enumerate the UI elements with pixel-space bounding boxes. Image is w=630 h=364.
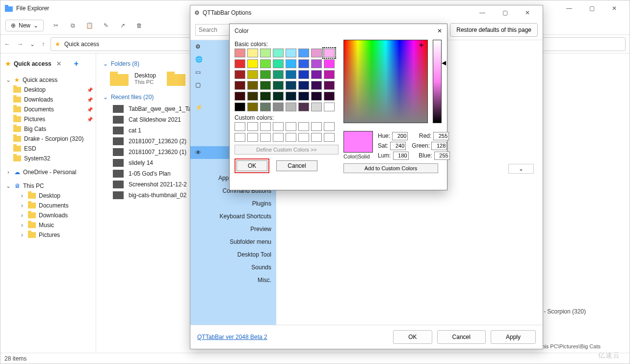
- close-button[interactable]: ✕: [603, 1, 626, 15]
- add-tab-icon[interactable]: +: [74, 59, 79, 68]
- options-apply-button[interactable]: Apply: [491, 330, 536, 344]
- back-button[interactable]: ←: [4, 41, 10, 48]
- nav-item-subfolder[interactable]: Subfolder menu: [190, 235, 276, 248]
- color-swatch[interactable]: [235, 59, 245, 68]
- history-button[interactable]: ⌄: [30, 41, 35, 48]
- red-input[interactable]: [433, 132, 449, 140]
- color-swatch[interactable]: [298, 70, 309, 79]
- rename-icon[interactable]: ✎: [102, 21, 110, 30]
- color-swatch[interactable]: [298, 103, 309, 111]
- color-swatch[interactable]: [324, 81, 335, 90]
- color-swatch[interactable]: [235, 49, 245, 57]
- color-swatch[interactable]: [286, 92, 296, 101]
- sat-input[interactable]: [390, 142, 406, 150]
- custom-swatch[interactable]: [286, 133, 296, 142]
- color-swatch[interactable]: [273, 92, 284, 101]
- custom-swatch[interactable]: [260, 122, 271, 131]
- color-swatch[interactable]: [273, 81, 284, 90]
- custom-swatch[interactable]: [324, 122, 335, 131]
- paste-icon[interactable]: 📋: [85, 21, 94, 30]
- hue-input[interactable]: [392, 132, 408, 140]
- color-swatch[interactable]: [311, 92, 322, 101]
- sidebar-item-drake-scorpion-320-[interactable]: Drake - Scorpion (320): [0, 134, 96, 144]
- color-swatch[interactable]: [273, 59, 284, 68]
- color-swatch[interactable]: [298, 49, 309, 57]
- color-swatch[interactable]: [260, 103, 271, 111]
- pc-item-documents[interactable]: ›Documents: [0, 201, 96, 210]
- color-swatch[interactable]: [311, 70, 322, 79]
- define-custom-button[interactable]: Define Custom Colors >>: [235, 145, 339, 155]
- custom-swatch[interactable]: [298, 133, 309, 142]
- options-close[interactable]: ✕: [516, 6, 539, 20]
- custom-swatch[interactable]: [247, 122, 258, 131]
- color-swatch[interactable]: [298, 81, 309, 90]
- color-swatch[interactable]: [286, 49, 296, 57]
- nav-item-shortcuts[interactable]: Keyboard Shortcuts: [190, 210, 276, 223]
- color-swatch[interactable]: [298, 59, 309, 68]
- color-swatch[interactable]: [260, 81, 271, 90]
- sidebar-item-big-cats[interactable]: Big Cats: [0, 124, 96, 134]
- options-ok-button[interactable]: OK: [393, 330, 432, 344]
- color-cancel-button[interactable]: Cancel: [276, 160, 317, 171]
- up-button[interactable]: ↑: [42, 41, 45, 48]
- color-ok-button[interactable]: OK: [236, 160, 267, 171]
- stretch-select[interactable]: ⌄: [508, 164, 534, 174]
- sidebar-item-esd[interactable]: ESD: [0, 144, 96, 154]
- custom-swatch[interactable]: [324, 133, 335, 142]
- options-minimize[interactable]: —: [471, 6, 494, 20]
- options-cancel-button[interactable]: Cancel: [437, 330, 486, 344]
- blue-input[interactable]: [434, 152, 450, 160]
- color-swatch[interactable]: [311, 81, 322, 90]
- color-swatch[interactable]: [235, 81, 245, 90]
- pc-item-downloads[interactable]: ›Downloads: [0, 210, 96, 220]
- color-swatch[interactable]: [235, 103, 245, 111]
- pc-item-pictures[interactable]: ›Pictures: [0, 230, 96, 240]
- color-swatch[interactable]: [324, 59, 335, 68]
- color-swatch[interactable]: [260, 70, 271, 79]
- custom-swatch[interactable]: [311, 122, 322, 131]
- color-swatch[interactable]: [324, 49, 335, 57]
- color-swatch[interactable]: [298, 92, 309, 101]
- pc-item-music[interactable]: ›Music: [0, 220, 96, 230]
- add-to-custom-button[interactable]: Add to Custom Colors: [343, 163, 438, 173]
- color-swatch[interactable]: [273, 49, 284, 57]
- onedrive-tree[interactable]: › ☁ OneDrive - Personal: [0, 167, 96, 177]
- this-pc-tree[interactable]: ⌄ 🖥 This PC: [0, 181, 96, 191]
- nav-item-desktop-tool[interactable]: Desktop Tool: [190, 248, 276, 261]
- close-tab-icon[interactable]: ✕: [56, 60, 61, 67]
- color-swatch[interactable]: [324, 70, 335, 79]
- custom-swatch[interactable]: [286, 122, 296, 131]
- color-swatch[interactable]: [286, 70, 296, 79]
- forward-button[interactable]: →: [17, 41, 23, 48]
- sidebar-item-system32[interactable]: System32: [0, 154, 96, 163]
- color-swatch[interactable]: [247, 59, 258, 68]
- sidebar-item-documents[interactable]: Documents📌: [0, 104, 96, 114]
- color-swatch[interactable]: [247, 70, 258, 79]
- custom-swatch[interactable]: [260, 133, 271, 142]
- restore-defaults-button[interactable]: Restore defaults of this page: [450, 23, 538, 37]
- color-swatch[interactable]: [286, 81, 296, 90]
- color-swatch[interactable]: [247, 92, 258, 101]
- color-swatch[interactable]: [235, 92, 245, 101]
- nav-item-plugins[interactable]: Plugins: [190, 197, 276, 210]
- version-link[interactable]: QTTabBar ver 2048 Beta 2: [197, 334, 267, 340]
- color-swatch[interactable]: [311, 59, 322, 68]
- custom-swatch[interactable]: [247, 133, 258, 142]
- color-swatch[interactable]: [235, 70, 245, 79]
- green-input[interactable]: [431, 142, 447, 150]
- color-spectrum[interactable]: ✛: [343, 40, 428, 123]
- pc-item-desktop[interactable]: ›Desktop: [0, 191, 96, 201]
- custom-swatch[interactable]: [273, 122, 284, 131]
- copy-icon[interactable]: ⧉: [68, 21, 77, 30]
- sidebar-item-pictures[interactable]: Pictures📌: [0, 114, 96, 124]
- color-swatch[interactable]: [324, 92, 335, 101]
- color-swatch[interactable]: [247, 103, 258, 111]
- custom-swatch[interactable]: [311, 133, 322, 142]
- new-button[interactable]: ⊕ New ⌄: [5, 20, 44, 31]
- custom-swatch[interactable]: [273, 133, 284, 142]
- color-close-icon[interactable]: ✕: [437, 27, 442, 34]
- color-swatch[interactable]: [286, 103, 296, 111]
- custom-swatch[interactable]: [235, 133, 245, 142]
- sidebar-item-desktop[interactable]: Desktop📌: [0, 85, 96, 95]
- color-swatch[interactable]: [311, 103, 322, 111]
